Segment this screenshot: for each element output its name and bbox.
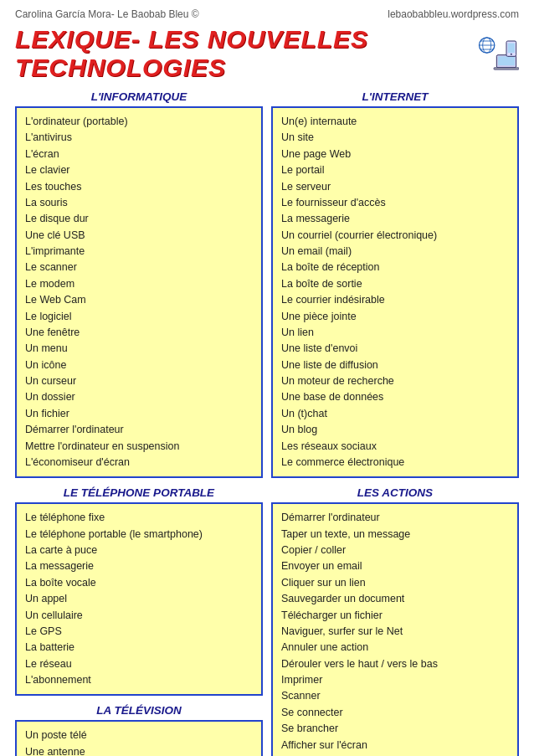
list-item: Un menu xyxy=(25,341,253,357)
list-item: Le serveur xyxy=(281,179,509,195)
list-item: Une liste de diffusion xyxy=(281,357,509,373)
list-item: Un dossier xyxy=(25,389,253,405)
list-item: La batterie xyxy=(25,640,253,656)
list-item: Cliquer sur un lien xyxy=(281,575,509,591)
list-item: Une fenêtre xyxy=(25,325,253,341)
list-item: Le courrier indésirable xyxy=(281,292,509,308)
list-item: Un (t)chat xyxy=(281,406,509,422)
tech-icon xyxy=(477,37,519,70)
vocab-box-actions: Démarrer l'ordinateurTaper un texte, un … xyxy=(271,502,519,756)
bottom-row: LE TÉLÉPHONE PORTABLE Le téléphone fixeL… xyxy=(15,486,519,756)
svg-point-10 xyxy=(511,54,512,55)
list-item: L'écran xyxy=(25,147,253,162)
left-column: LE TÉLÉPHONE PORTABLE Le téléphone fixeL… xyxy=(15,486,263,756)
list-item: La boîte vocale xyxy=(25,575,253,591)
list-item: La boîte de sortie xyxy=(281,276,509,292)
list-item: L'ordinateur (portable) xyxy=(25,114,253,130)
section-informatique: L'INFORMATIQUE L'ordinateur (portable)L'… xyxy=(15,90,263,478)
section-telephone: LE TÉLÉPHONE PORTABLE Le téléphone fixeL… xyxy=(15,486,263,696)
list-item: Un curseur xyxy=(25,373,253,389)
vocab-box-informatique: L'ordinateur (portable)L'antivirusL'écra… xyxy=(15,106,263,478)
list-item: Un email (mail) xyxy=(281,244,509,260)
list-item: Dérouler vers le haut / vers le bas xyxy=(281,656,509,672)
list-item: Un fichier xyxy=(25,406,253,422)
list-item: La carte à puce xyxy=(25,543,253,558)
list-item: Annuler une action xyxy=(281,640,509,656)
list-item: Un lien xyxy=(281,325,509,341)
list-item: Naviguer, surfer sur le Net xyxy=(281,624,509,640)
top-sections-grid: L'INFORMATIQUE L'ordinateur (portable)L'… xyxy=(15,90,519,478)
section-title-internet: L'INTERNET xyxy=(271,90,519,103)
list-item: Mettre l'ordinateur en suspension xyxy=(25,439,253,455)
list-item: Un appel xyxy=(25,591,253,607)
section-internet: L'INTERNET Un(e) internauteUn siteUne pa… xyxy=(271,90,519,478)
list-item: Une base de données xyxy=(281,389,509,405)
list-item: L'antivirus xyxy=(25,130,253,146)
svg-rect-6 xyxy=(498,56,515,65)
svg-rect-7 xyxy=(494,68,519,70)
title-row: LEXIQUE- LES NOUVELLES TECHNOLOGIES xyxy=(15,25,519,82)
list-item: Le téléphone portable (le smartphone) xyxy=(25,527,253,543)
list-item: Une liste d'envoi xyxy=(281,341,509,357)
list-item: Le réseau xyxy=(25,656,253,672)
list-item: Se brancher xyxy=(281,721,509,737)
list-item: Le logiciel xyxy=(25,309,253,325)
list-item: Le clavier xyxy=(25,162,253,178)
list-item: Un cellulaire xyxy=(25,608,253,624)
list-item: Afficher sur l'écran xyxy=(281,738,509,753)
list-item: Sauvegarder un document xyxy=(281,591,509,607)
list-item: Un(e) internaute xyxy=(281,114,509,130)
list-item: L'imprimante xyxy=(25,244,253,260)
list-item: La souris xyxy=(25,195,253,211)
list-item: Les réseaux sociaux xyxy=(281,439,509,455)
list-item: Une page Web xyxy=(281,147,509,162)
list-item: Le disque dur xyxy=(25,211,253,227)
list-item: Le Web Cam xyxy=(25,292,253,308)
list-item: Scanner xyxy=(281,688,509,704)
section-title-television: LA TÉLÉVISION xyxy=(15,704,263,717)
list-item: La messagerie xyxy=(25,558,253,574)
list-item: Un icône xyxy=(25,357,253,373)
list-item: Le modem xyxy=(25,276,253,292)
list-item: Une pièce jointe xyxy=(281,309,509,325)
list-item: Le GPS xyxy=(25,624,253,640)
section-title-telephone: LE TÉLÉPHONE PORTABLE xyxy=(15,486,263,499)
list-item: Le commerce électronique xyxy=(281,455,509,471)
list-item: Le téléphone fixe xyxy=(25,510,253,526)
list-item: Télécharger un fichier xyxy=(281,608,509,624)
list-item: Les touches xyxy=(25,179,253,195)
author-credit: Carolina García Mora- Le Baobab Bleu © xyxy=(15,8,199,20)
svg-rect-9 xyxy=(508,44,515,54)
section-title-informatique: L'INFORMATIQUE xyxy=(15,90,263,103)
list-item: Le scanner xyxy=(25,260,253,275)
list-item: Une antenne xyxy=(25,744,253,756)
list-item: Se connecter xyxy=(281,705,509,721)
list-item: Un moteur de recherche xyxy=(281,373,509,389)
main-title: LEXIQUE- LES NOUVELLES TECHNOLOGIES xyxy=(15,25,469,82)
section-title-actions: LES ACTIONS xyxy=(271,486,519,499)
list-item: La messagerie xyxy=(281,211,509,227)
list-item: Envoyer un email xyxy=(281,558,509,574)
page: Carolina García Mora- Le Baobab Bleu © l… xyxy=(0,0,534,756)
section-actions: LES ACTIONS Démarrer l'ordinateurTaper u… xyxy=(271,486,519,756)
list-item: Le fournisseur d'accès xyxy=(281,195,509,211)
top-bar: Carolina García Mora- Le Baobab Bleu © l… xyxy=(15,8,519,20)
vocab-box-telephone: Le téléphone fixeLe téléphone portable (… xyxy=(15,502,263,696)
list-item: Le portail xyxy=(281,162,509,178)
list-item: Un poste télé xyxy=(25,728,253,743)
list-item: L'économiseur d'écran xyxy=(25,455,253,471)
list-item: Un site xyxy=(281,130,509,146)
list-item: Taper un texte, un message xyxy=(281,527,509,543)
list-item: Une clé USB xyxy=(25,228,253,244)
list-item: Un courriel (courrier électronique) xyxy=(281,228,509,244)
vocab-box-internet: Un(e) internauteUn siteUne page WebLe po… xyxy=(271,106,519,478)
list-item: Démarrer l'ordinateur xyxy=(281,510,509,526)
list-item: Un blog xyxy=(281,422,509,438)
website-credit: lebaobabbleu.wordpress.com xyxy=(388,8,519,20)
list-item: La boîte de réception xyxy=(281,260,509,275)
list-item: L'abonnement xyxy=(25,672,253,688)
section-television: LA TÉLÉVISION Un poste téléUne antenneLe… xyxy=(15,704,263,756)
list-item: Imprimer xyxy=(281,672,509,688)
vocab-box-television: Un poste téléUne antenneLe satelliteLa T… xyxy=(15,720,263,756)
list-item: Démarrer l'ordinateur xyxy=(25,422,253,438)
